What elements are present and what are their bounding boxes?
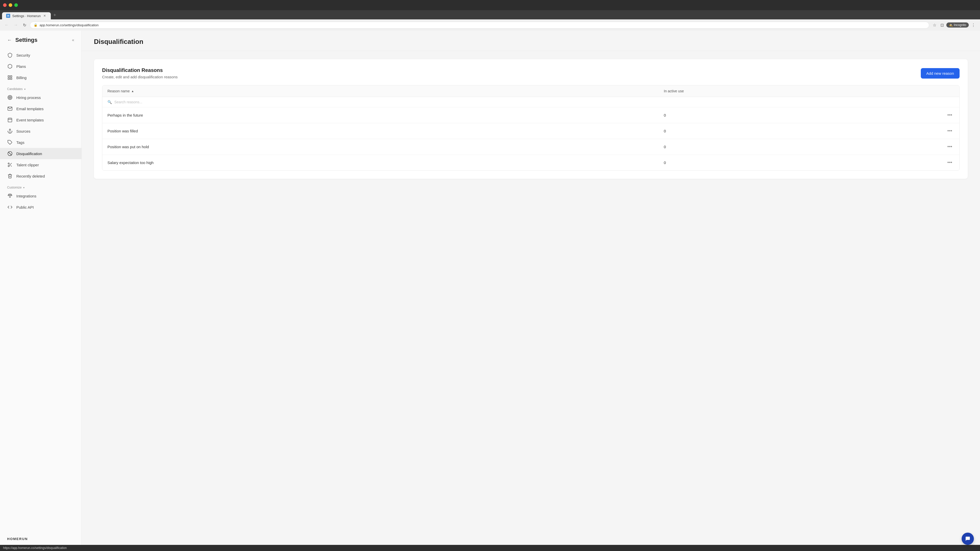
- svg-rect-21: [8, 195, 12, 196]
- row-actions-cell: •••: [942, 159, 954, 166]
- svg-rect-8: [8, 118, 12, 122]
- candidates-section-label: Candidates: [7, 87, 23, 91]
- svg-line-19: [9, 163, 12, 165]
- svg-rect-3: [11, 78, 12, 79]
- svg-point-12: [10, 129, 11, 130]
- in-active-use-label: In active use: [664, 89, 684, 93]
- sidebar-collapse-button[interactable]: «: [72, 38, 74, 42]
- content-area: Disqualification Reasons Create, edit an…: [82, 51, 980, 187]
- search-input[interactable]: [115, 100, 954, 104]
- window-max-button[interactable]: [14, 3, 18, 7]
- row-more-button[interactable]: •••: [945, 111, 954, 119]
- row-more-button[interactable]: •••: [945, 159, 954, 166]
- titlebar: [0, 0, 980, 10]
- reason-cell: Salary expectation too high: [107, 160, 664, 165]
- sidebar-item-hiring-process[interactable]: Hiring process: [0, 92, 81, 103]
- sidebar-item-disqualification[interactable]: Disqualification: [0, 148, 81, 159]
- tag-icon: [7, 140, 13, 145]
- homerun-logo: HOMERUN: [7, 537, 74, 541]
- customize-section-label: Customize: [7, 186, 22, 189]
- reason-name-column-header[interactable]: Reason name ▲: [107, 89, 664, 93]
- svg-point-17: [8, 163, 10, 164]
- forward-nav-button[interactable]: →: [12, 22, 19, 28]
- status-bar: https://app.homerun.co/settings/disquali…: [0, 545, 980, 551]
- tab-favicon: H: [6, 14, 10, 18]
- row-actions-cell: •••: [942, 127, 954, 135]
- back-nav-button[interactable]: ←: [3, 22, 10, 28]
- row-more-button[interactable]: •••: [945, 127, 954, 135]
- sidebar-item-sources[interactable]: Sources: [0, 125, 81, 137]
- browser-chrome: H Settings · Homerun ✕ + ← → ↻ 🔒 app.hom…: [0, 0, 980, 30]
- nav-actions: ☆ ⊡ 🕵 Incognito ⋮: [931, 22, 977, 29]
- sidebar-item-security-label: Security: [16, 53, 30, 57]
- add-new-reason-button[interactable]: Add new reason: [921, 68, 959, 79]
- reason-cell: Perhaps in the future: [107, 113, 664, 118]
- sidebar-item-billing-label: Billing: [16, 76, 27, 80]
- svg-rect-0: [8, 76, 10, 77]
- code-icon: [7, 204, 13, 210]
- sidebar-item-event-templates[interactable]: Event templates: [0, 114, 81, 125]
- customize-section-header: Customize ▾: [0, 182, 81, 190]
- reason-name-label: Reason name: [107, 89, 130, 93]
- in-active-use-column-header: In active use: [664, 89, 942, 93]
- sort-icon: ▲: [131, 89, 134, 93]
- sidebar-item-integrations[interactable]: Integrations: [0, 190, 81, 202]
- lock-icon: 🔒: [34, 23, 38, 27]
- sidebar-item-integrations-label: Integrations: [16, 194, 36, 198]
- sidebar-item-talent-clipper-label: Talent clipper: [16, 163, 39, 167]
- tab-bar: H Settings · Homerun ✕ +: [0, 10, 980, 19]
- reason-cell: Position was put on hold: [107, 144, 664, 149]
- sidebar-item-tags[interactable]: Tags: [0, 137, 81, 148]
- plug-icon: [7, 193, 13, 199]
- sidebar: ← Settings « Security: [0, 30, 82, 545]
- sidebar-item-plans-label: Plans: [16, 64, 26, 68]
- candidates-section-header: Candidates ▾: [0, 83, 81, 92]
- table-row: Salary expectation too high 0 •••: [102, 155, 959, 170]
- settings-title-area: ← Settings: [7, 37, 38, 43]
- reasons-table: Reason name ▲ In active use 🔍: [102, 85, 959, 171]
- tab-title: Settings · Homerun: [12, 14, 41, 18]
- row-more-button[interactable]: •••: [945, 143, 954, 151]
- reload-button[interactable]: ↻: [21, 22, 28, 29]
- window-controls: [3, 3, 18, 7]
- anchor-icon: [7, 128, 13, 134]
- sidebar-item-recently-deleted[interactable]: Recently deleted: [0, 170, 81, 182]
- active-cell: 0: [664, 160, 942, 165]
- bookmark-button[interactable]: ☆: [931, 22, 938, 29]
- scissors-icon: [7, 162, 13, 168]
- tab-close-button[interactable]: ✕: [43, 14, 47, 18]
- sidebar-item-disqualification-label: Disqualification: [16, 151, 42, 156]
- active-cell: 0: [664, 144, 942, 149]
- active-cell: 0: [664, 129, 942, 133]
- sidebar-item-billing[interactable]: Billing: [0, 72, 81, 83]
- window-min-button[interactable]: [9, 3, 12, 7]
- url-text: app.homerun.co/settings/disqualification: [40, 23, 925, 27]
- card-subtitle: Create, edit and add disqualification re…: [102, 75, 178, 79]
- sidebar-item-email-templates[interactable]: Email templates: [0, 103, 81, 114]
- table-row: Position was filled 0 •••: [102, 123, 959, 139]
- new-tab-button[interactable]: +: [51, 11, 58, 19]
- active-tab[interactable]: H Settings · Homerun ✕: [2, 12, 51, 19]
- address-bar[interactable]: 🔒 app.homerun.co/settings/disqualificati…: [30, 22, 929, 29]
- grid-icon: [7, 75, 13, 80]
- status-bar-url: https://app.homerun.co/settings/disquali…: [3, 546, 67, 550]
- window-close-button[interactable]: [3, 3, 6, 7]
- mail-icon: [7, 106, 13, 111]
- card-header-text: Disqualification Reasons Create, edit an…: [102, 67, 178, 79]
- tab-overview-button[interactable]: ⊡: [939, 22, 945, 29]
- sidebar-item-email-templates-label: Email templates: [16, 106, 44, 111]
- sidebar-item-security[interactable]: Security: [0, 49, 81, 61]
- card-title: Disqualification Reasons: [102, 67, 178, 73]
- sidebar-item-public-api[interactable]: Public API: [0, 202, 81, 213]
- sidebar-item-plans[interactable]: Plans: [0, 61, 81, 72]
- sidebar-item-tags-label: Tags: [16, 140, 24, 144]
- table-row: Perhaps in the future 0 •••: [102, 107, 959, 123]
- svg-rect-1: [11, 76, 12, 77]
- sidebar-item-talent-clipper[interactable]: Talent clipper: [0, 159, 81, 170]
- trash-icon: [7, 173, 13, 179]
- menu-button[interactable]: ⋮: [970, 22, 977, 29]
- chat-bubble-button[interactable]: [962, 533, 974, 545]
- app-container: ← Settings « Security: [0, 30, 980, 545]
- back-button[interactable]: ←: [7, 38, 12, 43]
- page-header: Disqualification: [82, 30, 980, 51]
